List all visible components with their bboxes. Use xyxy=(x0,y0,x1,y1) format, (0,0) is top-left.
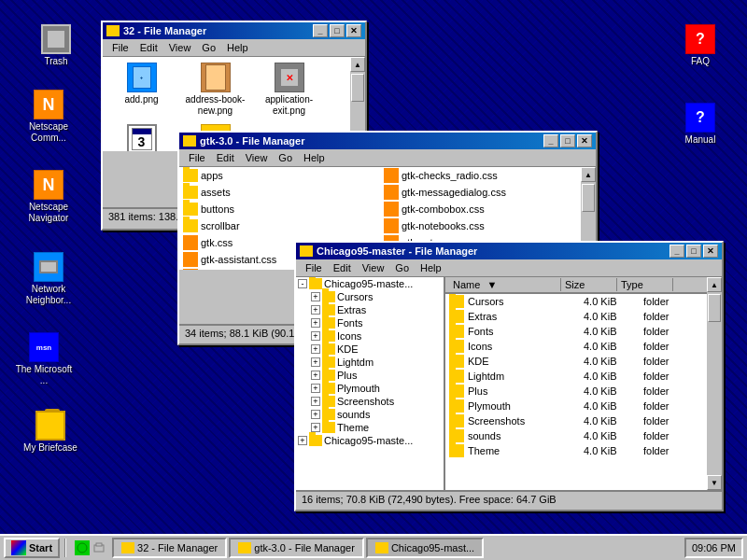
taskbar-icon-fm2 xyxy=(238,542,251,553)
taskbar-item-fm2[interactable]: gtk-3.0 - File Manager xyxy=(229,538,364,558)
col-header-type[interactable]: Type xyxy=(617,278,673,291)
close-btn-fm2[interactable]: ✕ xyxy=(577,134,592,147)
tree-item-plus[interactable]: + Plus xyxy=(296,369,444,382)
desktop-icon-netscape-comm[interactable]: N Netscape Comm... xyxy=(19,90,78,144)
menu-help-fm3[interactable]: Help xyxy=(415,261,447,274)
start-button[interactable]: Start xyxy=(4,538,60,558)
desktop-icon-network[interactable]: Network Neighbor... xyxy=(19,252,78,306)
detail-row-plymouth[interactable]: Plymouth 4.0 KiB folder xyxy=(445,399,707,413)
grid-item-appointment[interactable]: 3 appointment.png xyxy=(106,122,176,151)
desktop-icon-netscape-nav[interactable]: N Netscape Navigator xyxy=(19,170,78,224)
tree-expand-fonts[interactable]: + xyxy=(311,318,320,328)
maximize-btn-fm1[interactable]: □ xyxy=(330,24,345,37)
tree-item-lightdm[interactable]: + Lightdm xyxy=(296,356,444,369)
split-pane-fm3: - Chicago95-maste... + Cursors + Extras … xyxy=(296,277,722,490)
minimize-btn-fm3[interactable]: _ xyxy=(669,245,684,258)
detail-row-icons[interactable]: Icons 4.0 KiB folder xyxy=(445,339,707,354)
menu-file-fm2[interactable]: File xyxy=(183,151,211,164)
menu-edit-fm3[interactable]: Edit xyxy=(328,261,357,274)
menu-file-fm3[interactable]: File xyxy=(300,261,328,274)
file-item-buttons[interactable]: buttons xyxy=(179,201,380,217)
maximize-btn-fm3[interactable]: □ xyxy=(686,245,701,258)
col-header-name[interactable]: Name ▼ xyxy=(449,278,561,291)
tree-item-plymouth[interactable]: + Plymouth xyxy=(296,382,444,395)
menu-view-fm1[interactable]: View xyxy=(163,41,197,54)
file-item-assets[interactable]: assets xyxy=(179,184,380,201)
tree-expand-cursors[interactable]: + xyxy=(311,292,320,301)
scroll-thumb-fm1[interactable] xyxy=(351,74,364,102)
file-item-gtk-checks[interactable]: gtk-checks_radio.css xyxy=(380,167,581,184)
tree-item-icons[interactable]: + Icons xyxy=(296,329,444,343)
tree-item-root[interactable]: - Chicago95-maste... xyxy=(296,277,444,290)
grid-item-add-png[interactable]: + add.png xyxy=(106,61,176,119)
tree-item-chicago-bottom[interactable]: + Chicago95-maste... xyxy=(296,434,444,447)
tree-expand-chicago-bottom[interactable]: + xyxy=(298,436,307,445)
tree-expand-icons[interactable]: + xyxy=(311,331,320,341)
taskbar-item-fm1[interactable]: 32 - File Manager xyxy=(112,538,227,558)
minimize-btn-fm1[interactable]: _ xyxy=(313,24,328,37)
taskbar-item-fm3[interactable]: Chicago95-mast... xyxy=(366,538,484,558)
tree-expand-plus[interactable]: + xyxy=(311,371,320,380)
desktop-icon-briefcase[interactable]: My Briefcase xyxy=(21,411,80,454)
scroll-up-fm2[interactable]: ▲ xyxy=(581,167,596,182)
detail-row-theme[interactable]: Theme 4.0 KiB folder xyxy=(445,443,707,458)
menu-go-fm1[interactable]: Go xyxy=(196,41,221,54)
detail-row-kde[interactable]: KDE 4.0 KiB folder xyxy=(445,354,707,369)
grid-item-address-book[interactable]: address-book-new.png xyxy=(180,61,250,119)
tree-item-cursors[interactable]: + Cursors xyxy=(296,290,444,303)
tree-item-kde[interactable]: + KDE xyxy=(296,343,444,356)
maximize-btn-fm2[interactable]: □ xyxy=(560,134,575,147)
menu-edit-fm1[interactable]: Edit xyxy=(134,41,163,54)
tree-expand-sounds[interactable]: + xyxy=(311,410,320,419)
detail-row-plus[interactable]: Plus 4.0 KiB folder xyxy=(445,384,707,399)
tree-expand-theme[interactable]: + xyxy=(311,423,320,432)
scroll-up-fm1[interactable]: ▲ xyxy=(350,57,365,72)
tree-expand-lightdm[interactable]: + xyxy=(311,357,320,367)
window-titlebar-fm2[interactable]: gtk-3.0 - File Manager _ □ ✕ xyxy=(179,133,596,149)
window-titlebar-fm3[interactable]: Chicago95-master - File Manager _ □ ✕ xyxy=(296,243,722,259)
file-item-apps[interactable]: apps xyxy=(179,167,380,184)
menu-help-fm1[interactable]: Help xyxy=(221,41,254,54)
tree-item-extras[interactable]: + Extras xyxy=(296,303,444,316)
tree-item-fonts[interactable]: + Fonts xyxy=(296,316,444,329)
detail-row-sounds[interactable]: sounds 4.0 KiB folder xyxy=(445,428,707,443)
close-btn-fm3[interactable]: ✕ xyxy=(703,245,718,258)
tree-expand-root[interactable]: - xyxy=(298,279,307,288)
desktop-icon-faq[interactable]: ? FAQ xyxy=(670,24,730,67)
scroll-down-fm3[interactable]: ▼ xyxy=(707,475,722,490)
scroll-up-fm3[interactable]: ▲ xyxy=(707,277,722,292)
tree-item-screenshots[interactable]: + Screenshots xyxy=(296,395,444,408)
scroll-thumb-fm3[interactable] xyxy=(708,294,721,322)
menu-go-fm2[interactable]: Go xyxy=(273,151,298,164)
menu-file-fm1[interactable]: File xyxy=(106,41,134,54)
menu-go-fm3[interactable]: Go xyxy=(389,261,415,274)
col-header-size[interactable]: Size xyxy=(561,278,617,291)
menu-edit-fm2[interactable]: Edit xyxy=(211,151,240,164)
tree-item-sounds[interactable]: + sounds xyxy=(296,408,444,421)
close-btn-fm1[interactable]: ✕ xyxy=(346,24,361,37)
menu-help-fm2[interactable]: Help xyxy=(298,151,331,164)
scroll-thumb-fm2[interactable] xyxy=(582,184,595,212)
grid-item-app-exit[interactable]: ✕ application-exit.png xyxy=(254,61,324,119)
detail-row-lightdm[interactable]: Lightdm 4.0 KiB folder xyxy=(445,369,707,384)
desktop-icon-trash[interactable]: Trash xyxy=(26,24,86,67)
tree-expand-screenshots[interactable]: + xyxy=(311,397,320,406)
file-item-scrollbar[interactable]: scrollbar xyxy=(179,217,380,234)
detail-row-extras[interactable]: Extras 4.0 KiB folder xyxy=(445,309,707,324)
tree-item-theme[interactable]: + Theme xyxy=(296,421,444,434)
desktop-icon-microsoft[interactable]: msn The Microsoft ... xyxy=(14,332,74,386)
detail-row-cursors[interactable]: Cursors 4.0 KiB folder xyxy=(445,294,707,309)
detail-row-screenshots[interactable]: Screenshots 4.0 KiB folder xyxy=(445,413,707,428)
tree-expand-extras[interactable]: + xyxy=(311,305,320,315)
tree-expand-plymouth[interactable]: + xyxy=(311,384,320,393)
desktop-icon-manual[interactable]: ? Manual xyxy=(670,103,730,146)
file-item-gtk-combobox[interactable]: gtk-combobox.css xyxy=(380,201,581,217)
menu-view-fm2[interactable]: View xyxy=(240,151,274,164)
tree-expand-kde[interactable]: + xyxy=(311,344,320,354)
detail-row-fonts[interactable]: Fonts 4.0 KiB folder xyxy=(445,324,707,339)
window-titlebar-fm1[interactable]: 32 - File Manager _ □ ✕ xyxy=(103,22,365,39)
file-item-gtk-notebooks[interactable]: gtk-notebooks.css xyxy=(380,217,581,234)
minimize-btn-fm2[interactable]: _ xyxy=(543,134,558,147)
menu-view-fm3[interactable]: View xyxy=(357,261,390,274)
file-item-gtk-messagedialog[interactable]: gtk-messagedialog.css xyxy=(380,184,581,201)
